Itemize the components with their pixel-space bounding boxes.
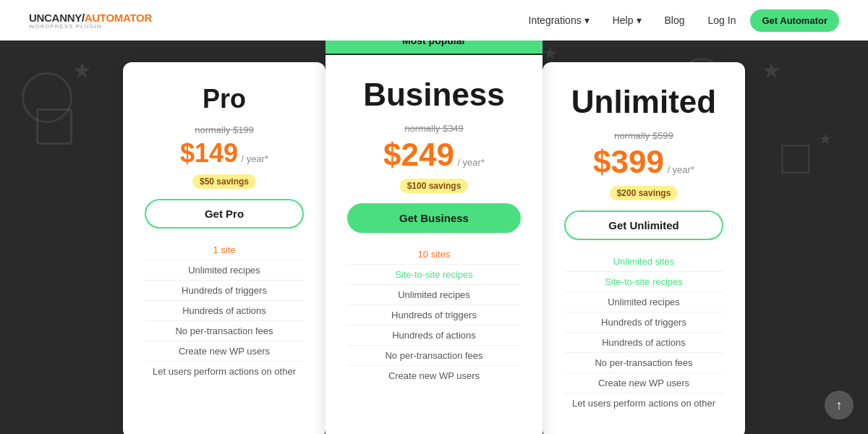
- pro-actions: Hundreds of actions: [145, 301, 304, 321]
- plan-name-unlimited: Unlimited: [564, 84, 723, 120]
- logo-automator: AUTOMATOR: [85, 12, 152, 24]
- savings-badge-business: $100 savings: [400, 179, 469, 193]
- unlimited-user-actions: Let users perform actions on other: [564, 393, 723, 413]
- pro-no-fees: No per-transaction fees: [145, 321, 304, 341]
- main-nav: Integrations ▾ Help ▾ Blog Log In Get Au…: [520, 9, 839, 32]
- sale-price-pro: $149: [180, 138, 238, 168]
- plan-card-business: Most popular Business normally $349 $249…: [326, 55, 542, 434]
- pro-sites: 1 site: [145, 240, 304, 260]
- unlimited-triggers: Hundreds of triggers: [564, 312, 723, 333]
- get-unlimited-button[interactable]: Get Unlimited: [564, 210, 723, 240]
- get-pro-button[interactable]: Get Pro: [145, 199, 304, 229]
- normal-price-unlimited: normally $599: [564, 130, 723, 141]
- chevron-down-icon: ▾: [637, 14, 642, 26]
- unlimited-site-to-site: Site-to-site recipes: [564, 272, 723, 292]
- pro-user-actions: Let users perform actions on other: [145, 362, 304, 381]
- unlimited-create-users: Create new WP users: [564, 373, 723, 393]
- sale-price-area-business: $249 / year*: [347, 137, 521, 173]
- unlimited-sites: Unlimited sites: [564, 252, 723, 272]
- nav-blog[interactable]: Blog: [656, 10, 694, 30]
- plan-name-pro: Pro: [145, 84, 304, 114]
- plan-card-unlimited: Unlimited normally $599 $399 / year* $20…: [542, 62, 745, 434]
- logo: UNCANNY/AUTOMATOR WORDPRESS PLUGIN: [29, 12, 152, 30]
- get-automator-button[interactable]: Get Automator: [750, 9, 839, 32]
- get-business-button[interactable]: Get Business: [347, 203, 521, 233]
- unlimited-features: Unlimited sites Site-to-site recipes Unl…: [564, 252, 723, 413]
- savings-badge-unlimited: $200 savings: [610, 186, 678, 200]
- sale-price-business: $249: [383, 137, 454, 172]
- unlimited-actions: Hundreds of actions: [564, 333, 723, 353]
- pro-triggers: Hundreds of triggers: [145, 281, 304, 301]
- normal-price-business: normally $349: [347, 123, 521, 134]
- sale-price-area-pro: $149 / year*: [145, 138, 304, 169]
- site-header: UNCANNY/AUTOMATOR WORDPRESS PLUGIN Integ…: [0, 0, 868, 41]
- scroll-up-button[interactable]: ↑: [825, 391, 854, 420]
- pricing-cards: Pro normally $199 $149 / year* $50 savin…: [123, 55, 745, 434]
- business-create-users: Create new WP users: [347, 366, 521, 386]
- logo-uncanny: UNCANNY: [29, 12, 82, 24]
- nav-help[interactable]: Help ▾: [604, 10, 650, 30]
- business-features: 10 sites Site-to-site recipes Unlimited …: [347, 244, 521, 386]
- chevron-down-icon: ▾: [584, 14, 590, 26]
- business-recipes: Unlimited recipes: [347, 285, 521, 305]
- pro-create-users: Create new WP users: [145, 341, 304, 362]
- plan-name-business: Business: [347, 77, 521, 113]
- nav-login[interactable]: Log In: [699, 10, 745, 30]
- pricing-section: Pro normally $199 $149 / year* $50 savin…: [0, 41, 868, 434]
- plan-card-pro: Pro normally $199 $149 / year* $50 savin…: [123, 62, 326, 434]
- business-triggers: Hundreds of triggers: [347, 305, 521, 326]
- business-sites: 10 sites: [347, 244, 521, 265]
- unlimited-no-fees: No per-transaction fees: [564, 353, 723, 373]
- arrow-up-icon: ↑: [836, 398, 843, 413]
- sale-price-unlimited: $399: [593, 144, 664, 179]
- savings-badge-pro: $50 savings: [192, 174, 256, 189]
- per-year-pro: / year*: [241, 153, 268, 164]
- pro-recipes: Unlimited recipes: [145, 260, 304, 281]
- normal-price-pro: normally $199: [145, 124, 304, 135]
- per-year-unlimited: / year*: [667, 164, 694, 175]
- nav-integrations[interactable]: Integrations ▾: [520, 10, 598, 30]
- business-actions: Hundreds of actions: [347, 326, 521, 346]
- business-no-fees: No per-transaction fees: [347, 346, 521, 366]
- unlimited-recipes: Unlimited recipes: [564, 292, 723, 312]
- pro-features: 1 site Unlimited recipes Hundreds of tri…: [145, 240, 304, 381]
- per-year-business: / year*: [457, 157, 485, 168]
- business-site-to-site: Site-to-site recipes: [347, 265, 521, 285]
- sale-price-area-unlimited: $399 / year*: [564, 144, 723, 180]
